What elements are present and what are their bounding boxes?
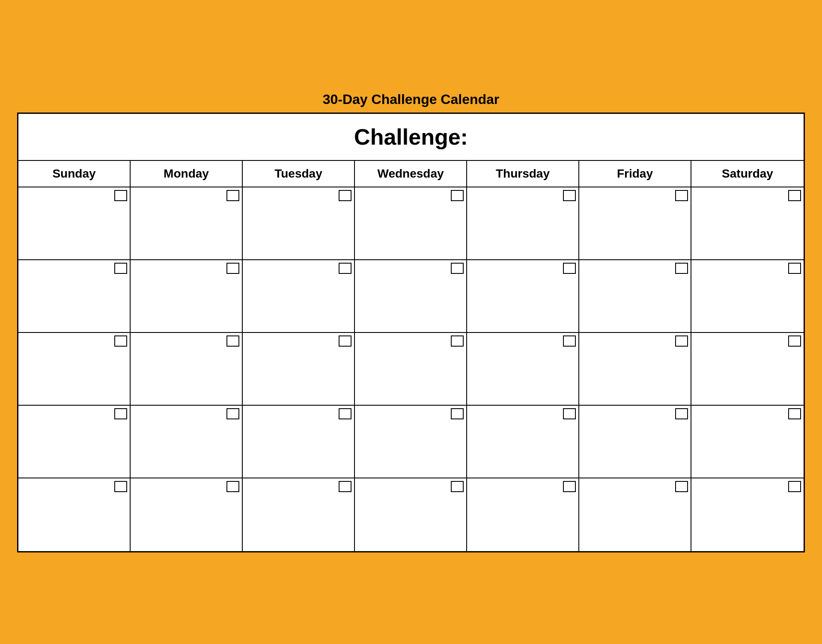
day-number-box-4-6	[675, 408, 688, 419]
day-number-box-1-1	[114, 190, 127, 201]
day-header-friday: Friday	[579, 161, 691, 187]
cell-4-3[interactable]	[243, 406, 355, 478]
cell-2-4[interactable]	[355, 260, 467, 333]
day-number-box-2-1	[114, 263, 127, 274]
day-number-box-3-4	[451, 335, 464, 347]
cell-5-3[interactable]	[243, 478, 355, 551]
cell-5-7[interactable]	[691, 478, 804, 551]
days-header: Sunday Monday Tuesday Wednesday Thursday…	[18, 161, 804, 187]
page-title: 30-Day Challenge Calendar	[323, 92, 500, 107]
cell-5-1[interactable]	[18, 478, 131, 551]
day-number-box-4-4	[451, 408, 464, 419]
cell-4-2[interactable]	[131, 406, 243, 478]
cell-2-3[interactable]	[243, 260, 355, 333]
cell-4-4[interactable]	[355, 406, 467, 478]
day-number-box-5-4	[451, 481, 464, 492]
day-number-box-2-3	[339, 263, 351, 274]
day-number-box-3-3	[339, 335, 351, 347]
day-number-box-2-5	[563, 263, 576, 274]
cell-5-6[interactable]	[579, 478, 691, 551]
day-number-box-5-1	[114, 481, 127, 492]
cell-1-3[interactable]	[243, 187, 355, 260]
day-number-box-1-7	[788, 190, 801, 201]
day-header-wednesday: Wednesday	[355, 161, 467, 187]
cell-3-5[interactable]	[467, 333, 579, 406]
cell-2-1[interactable]	[18, 260, 131, 333]
day-number-box-3-6	[675, 335, 688, 347]
cell-3-4[interactable]	[355, 333, 467, 406]
cell-4-5[interactable]	[467, 406, 579, 478]
cell-5-5[interactable]	[467, 478, 579, 551]
cell-1-4[interactable]	[355, 187, 467, 260]
day-header-thursday: Thursday	[467, 161, 579, 187]
cell-2-6[interactable]	[579, 260, 691, 333]
day-number-box-1-4	[451, 190, 464, 201]
cell-3-6[interactable]	[579, 333, 691, 406]
calendar-outer: Challenge: Sunday Monday Tuesday Wednesd…	[17, 113, 805, 552]
day-number-box-5-5	[563, 481, 576, 492]
day-number-box-4-1	[114, 408, 127, 419]
day-number-box-5-2	[226, 481, 239, 492]
day-number-box-3-1	[114, 335, 127, 347]
cell-3-7[interactable]	[691, 333, 804, 406]
cell-3-1[interactable]	[18, 333, 131, 406]
day-number-box-2-7	[788, 263, 801, 274]
day-header-tuesday: Tuesday	[243, 161, 355, 187]
day-number-box-3-2	[226, 335, 239, 347]
cell-2-7[interactable]	[691, 260, 804, 333]
day-number-box-3-7	[788, 335, 801, 347]
day-number-box-2-4	[451, 263, 464, 274]
cell-3-2[interactable]	[131, 333, 243, 406]
day-number-box-4-7	[788, 408, 801, 419]
day-header-sunday: Sunday	[18, 161, 131, 187]
page-container: 30-Day Challenge Calendar Challenge: Sun…	[9, 9, 813, 635]
cell-1-7[interactable]	[691, 187, 804, 260]
cell-3-3[interactable]	[243, 333, 355, 406]
cell-1-6[interactable]	[579, 187, 691, 260]
cell-1-2[interactable]	[131, 187, 243, 260]
day-number-box-2-6	[675, 263, 688, 274]
day-number-box-5-6	[675, 481, 688, 492]
cell-5-2[interactable]	[131, 478, 243, 551]
challenge-header: Challenge:	[18, 114, 804, 161]
day-number-box-5-3	[339, 481, 351, 492]
day-number-box-4-2	[226, 408, 239, 419]
day-number-box-1-3	[339, 190, 351, 201]
cell-2-5[interactable]	[467, 260, 579, 333]
cell-4-1[interactable]	[18, 406, 131, 478]
day-number-box-4-3	[339, 408, 351, 419]
cell-5-4[interactable]	[355, 478, 467, 551]
day-header-saturday: Saturday	[691, 161, 804, 187]
day-number-box-5-7	[788, 481, 801, 492]
day-number-box-3-5	[563, 335, 576, 347]
calendar-grid	[18, 187, 804, 551]
day-number-box-4-5	[563, 408, 576, 419]
cell-4-7[interactable]	[691, 406, 804, 478]
cell-1-5[interactable]	[467, 187, 579, 260]
day-header-monday: Monday	[131, 161, 243, 187]
cell-4-6[interactable]	[579, 406, 691, 478]
cell-2-2[interactable]	[131, 260, 243, 333]
day-number-box-1-6	[675, 190, 688, 201]
day-number-box-1-2	[226, 190, 239, 201]
day-number-box-2-2	[226, 263, 239, 274]
day-number-box-1-5	[563, 190, 576, 201]
cell-1-1[interactable]	[18, 187, 131, 260]
